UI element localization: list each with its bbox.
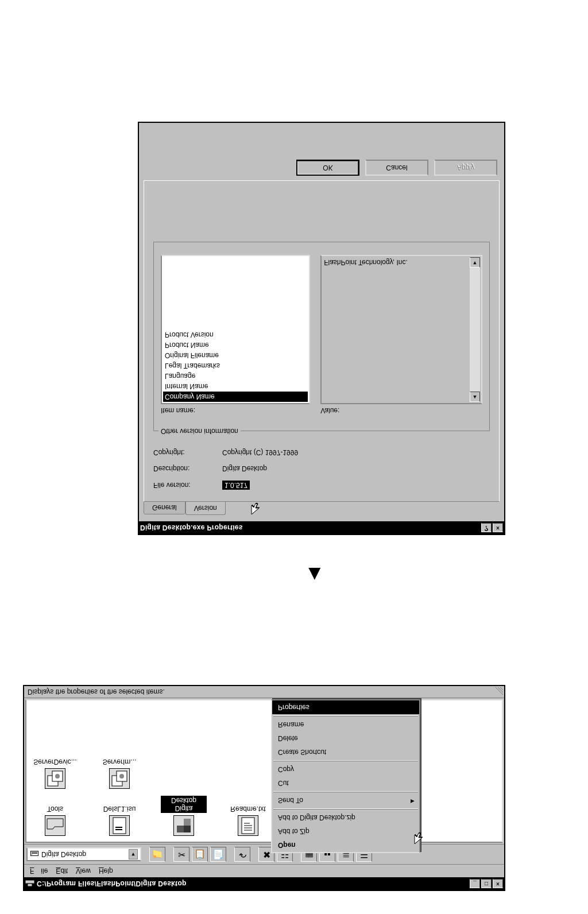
cancel-button[interactable]: Cancel [365, 160, 428, 176]
tab-general[interactable]: General [144, 501, 185, 514]
list-item[interactable]: Internal Name [163, 381, 308, 392]
file-version-label: File version: [153, 481, 216, 489]
folder-view[interactable]: ToolsDeIsL1.isuDigita DesktopReadme.txtS… [25, 699, 503, 843]
menu-view[interactable]: View [72, 866, 94, 876]
file-version-value: 1.0.517 [222, 481, 250, 490]
file-item[interactable]: Tools [32, 796, 78, 836]
toolbar: 🖴 Digita Desktop ▼ 📁 ✂ 📋 📄 ↶ ✖ ☷ ▦ ▪▪ ≣ … [24, 844, 504, 864]
scroll-up-button[interactable]: ▲ [470, 392, 480, 402]
tab-version[interactable]: Version [185, 501, 226, 515]
file-item[interactable]: ServerIm... [96, 758, 142, 789]
explorer-title-icon [25, 879, 34, 888]
svg-rect-2 [113, 818, 126, 834]
undo-button[interactable]: ↶ [234, 847, 250, 862]
value-label: Value: [320, 406, 482, 415]
svg-rect-7 [184, 826, 191, 832]
svg-point-14 [119, 774, 124, 779]
svg-rect-1 [28, 884, 32, 886]
copy-icon: 📋 [194, 850, 206, 859]
svg-point-11 [55, 774, 60, 779]
context-menu-item[interactable]: Cut [272, 776, 419, 790]
value-scrollbar[interactable]: ▲ ▼ [470, 257, 480, 402]
list-item[interactable]: Product Version [163, 330, 308, 340]
close-button[interactable]: × [493, 879, 503, 888]
value-text: FlashPoint Technology, Inc. [324, 258, 408, 266]
other-version-info-group: Other version information Item name: Val… [153, 242, 490, 431]
file-item-label: Readme.txt [225, 805, 271, 813]
dialog-titlebar[interactable]: Digita Desktop.exe Properties ? × [139, 521, 504, 534]
copy-button[interactable]: 📋 [192, 847, 208, 862]
dialog-title-text: Digita Desktop.exe Properties [140, 524, 481, 532]
svg-rect-0 [25, 880, 34, 884]
text-icon [238, 815, 258, 836]
svg-rect-6 [184, 819, 191, 826]
menu-edit[interactable]: Edit [52, 866, 71, 876]
svg-rect-3 [115, 829, 122, 830]
item-name-label: Item name: [161, 406, 310, 415]
context-menu-item[interactable]: Add to Zip [272, 824, 419, 838]
apply-button[interactable]: Apply [434, 160, 497, 176]
exe-icon [173, 815, 194, 836]
context-menu-item[interactable]: Add to Digita Desktop.zip [272, 811, 419, 824]
tab-body-version: File version: 1.0.517 Description: Digit… [144, 180, 500, 502]
svg-rect-4 [115, 827, 122, 828]
context-menu-item[interactable]: Copy [272, 762, 419, 776]
address-text: Digita Desktop [41, 850, 86, 858]
list-item[interactable]: Product Name [163, 340, 308, 350]
dialog-button-row: OK Cancel Apply [139, 153, 504, 176]
context-menu: OpenAdd to ZipAdd to Digita Desktop.zipS… [271, 699, 420, 853]
undo-icon: ↶ [239, 850, 246, 859]
cut-button[interactable]: ✂ [173, 847, 189, 862]
up-folder-icon: 📁 [152, 850, 163, 859]
list-item[interactable]: Company Name [163, 392, 308, 402]
group-legend: Other version information [158, 427, 241, 435]
list-item[interactable]: Legal Trademarks [163, 361, 308, 371]
description-label: Description: [153, 464, 216, 473]
value-box[interactable]: FlashPoint Technology, Inc. ▲ ▼ [320, 255, 482, 404]
explorer-titlebar[interactable]: C:/Program Files/FlashPoint/Digita Deskt… [24, 877, 504, 890]
context-menu-item[interactable]: Properties [272, 700, 419, 714]
resize-grip[interactable] [495, 687, 503, 695]
file-item-label: Digita Desktop [161, 796, 207, 813]
delete-icon: ✖ [263, 850, 270, 859]
connector-arrow: ▲ [304, 563, 325, 587]
address-dropdown-button[interactable]: ▼ [129, 849, 138, 859]
context-menu-item[interactable]: Send To [272, 793, 419, 807]
minimize-button[interactable]: _ [470, 879, 480, 888]
file-icon [109, 815, 130, 836]
ok-button[interactable]: OK [296, 160, 359, 176]
status-bar: Displays the properties of the selected … [24, 686, 504, 698]
dialog-close-button[interactable]: × [493, 523, 503, 532]
help-button[interactable]: ? [481, 523, 492, 532]
description-value: Digita Desktop [222, 464, 267, 473]
context-menu-item[interactable]: Delete [272, 731, 419, 745]
file-item-label: ServerIm... [96, 758, 142, 766]
tab-strip: General Version [139, 502, 504, 521]
file-item[interactable]: Digita Desktop [161, 796, 207, 836]
explorer-title-text: C:/Program Files/FlashPoint/Digita Deskt… [37, 880, 470, 888]
file-item[interactable]: ServerDevic... [32, 758, 78, 789]
list-item[interactable]: Original Filename [163, 350, 308, 361]
file-item[interactable]: DeIsL1.isu [96, 796, 142, 836]
context-menu-item[interactable]: Open [272, 838, 419, 852]
address-dropdown[interactable]: 🖴 Digita Desktop ▼ [26, 847, 141, 861]
context-menu-item[interactable]: Rename [272, 718, 419, 731]
list-item[interactable]: Language [163, 371, 308, 381]
file-item[interactable]: Readme.txt [225, 796, 271, 836]
paste-button[interactable]: 📄 [210, 847, 226, 862]
scroll-down-button[interactable]: ▼ [470, 257, 480, 268]
menu-file[interactable]: File [26, 866, 51, 876]
drive-icon: 🖴 [30, 850, 39, 859]
item-name-listbox[interactable]: Company NameInternal NameLanguageLegal T… [161, 255, 310, 404]
scissors-icon: ✂ [178, 850, 185, 859]
context-menu-item[interactable]: Create Shortcut [272, 745, 419, 759]
copyright-label: Copyright: [153, 448, 216, 456]
paste-icon: 📄 [212, 850, 224, 859]
menu-help[interactable]: Help [95, 866, 117, 876]
menubar: File Edit View Help [24, 864, 504, 877]
maximize-button[interactable]: □ [481, 879, 492, 888]
up-one-level-button[interactable]: 📁 [149, 847, 165, 862]
properties-dialog: Digita Desktop.exe Properties ? × Genera… [138, 122, 505, 535]
svg-rect-5 [177, 826, 184, 832]
dll-icon [45, 768, 65, 789]
